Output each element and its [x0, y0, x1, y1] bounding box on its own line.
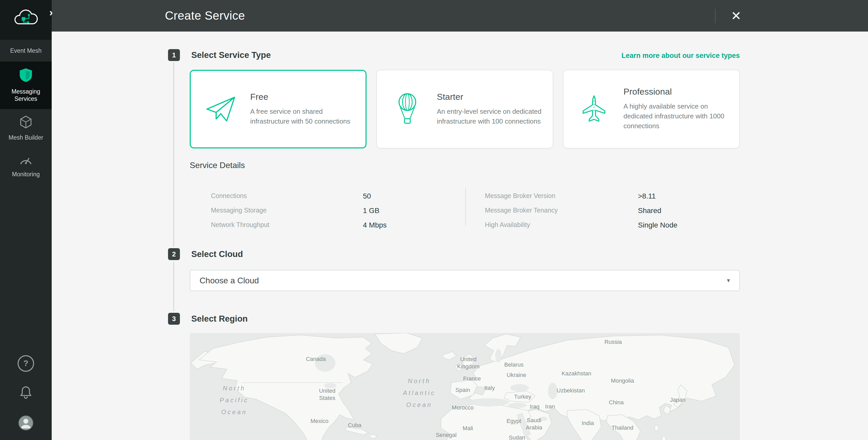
detail-label: Network Throughput [211, 220, 269, 230]
sidebar-item-label: Event Mesh [10, 47, 41, 55]
sidebar-expand-icon[interactable]: › [50, 7, 53, 18]
detail-value: Shared [638, 205, 661, 216]
region-map[interactable]: North Pacific Ocean North Atlantic Ocean… [190, 333, 740, 440]
step-2-badge: 2 [168, 248, 180, 260]
cloud-select-value: Choose a Cloud [199, 276, 259, 285]
service-details-title: Service Details [190, 161, 245, 170]
step-2-title: Select Cloud [191, 248, 243, 260]
detail-value: 50 [363, 191, 371, 201]
cloud-select-dropdown[interactable]: Choose a Cloud ▼ [190, 270, 740, 291]
notifications-bell-icon[interactable] [19, 385, 33, 402]
service-type-card-starter[interactable]: Starter An entry-level service on dedica… [376, 70, 553, 148]
detail-label: Connections [211, 191, 247, 201]
page-title: Create Service [165, 9, 245, 23]
card-text: Professional A highly available service … [623, 87, 731, 131]
service-type-description: A free service on shared infrastructure … [250, 107, 358, 126]
shield-icon [19, 68, 33, 84]
step-number: 1 [172, 51, 176, 59]
sidebar-item-label: Monitoring [12, 170, 39, 178]
help-glyph: ? [23, 359, 28, 368]
header-divider [715, 8, 715, 23]
step-3-title: Select Region [191, 313, 248, 325]
logo-block: › [0, 0, 52, 40]
service-type-description: An entry-level service on dedicated infr… [437, 107, 545, 126]
step-1-badge: 1 [168, 49, 180, 61]
sidebar: › Event Mesh Messaging Services Mesh Bui… [0, 0, 52, 440]
service-type-name: Professional [623, 87, 731, 97]
help-icon[interactable]: ? [18, 355, 34, 372]
service-type-card-free[interactable]: Free A free service on shared infrastruc… [190, 70, 367, 148]
hot-air-balloon-icon [388, 93, 427, 125]
sidebar-item-label: Mesh Builder [8, 134, 43, 142]
modal-header: Create Service ✕ [52, 0, 868, 32]
service-type-description: A highly available service on dedicated … [623, 102, 731, 131]
step-number: 3 [172, 315, 176, 323]
sidebar-item-messaging-services[interactable]: Messaging Services [0, 62, 52, 109]
details-divider [465, 188, 466, 226]
detail-label: Messaging Storage [211, 205, 267, 216]
detail-label: High Availability [485, 220, 530, 230]
sidebar-item-event-mesh[interactable]: Event Mesh [0, 40, 52, 62]
paper-plane-icon [202, 95, 240, 124]
card-text: Free A free service on shared infrastruc… [250, 92, 358, 126]
detail-label: Message Broker Version [485, 191, 555, 201]
sidebar-bottom: ? [0, 355, 52, 433]
detail-label: Message Broker Tenancy [485, 205, 558, 216]
airplane-icon [575, 93, 613, 125]
main-content: 1 Select Service Type Learn more about o… [52, 32, 868, 440]
solace-cloud-logo [13, 8, 38, 31]
card-text: Starter An entry-level service on dedica… [437, 92, 545, 126]
service-type-card-professional[interactable]: Professional A highly available service … [563, 70, 740, 148]
service-type-name: Starter [437, 92, 545, 102]
user-avatar[interactable] [18, 415, 34, 433]
header-right: ✕ [715, 7, 745, 24]
step-number: 2 [172, 250, 176, 258]
step-connector-line [173, 262, 174, 311]
step-connector-line [173, 63, 174, 247]
step-3-badge: 3 [168, 313, 180, 325]
service-type-name: Free [250, 92, 358, 102]
sidebar-item-mesh-builder[interactable]: Mesh Builder [0, 109, 52, 148]
close-icon[interactable]: ✕ [727, 7, 745, 24]
gauge-icon [19, 154, 33, 167]
learn-more-link[interactable]: Learn more about our service types [621, 51, 740, 61]
create-service-page: › Event Mesh Messaging Services Mesh Bui… [0, 0, 868, 440]
sidebar-item-monitoring[interactable]: Monitoring [0, 148, 52, 184]
chevron-down-icon: ▼ [726, 278, 731, 283]
service-type-cards: Free A free service on shared infrastruc… [190, 70, 740, 148]
detail-value: Single Node [638, 220, 678, 230]
step-1-title: Select Service Type [191, 49, 271, 61]
sidebar-item-label: Messaging Services [2, 88, 50, 103]
hexagon-cube-icon [19, 115, 33, 130]
detail-value: >8.11 [638, 191, 656, 201]
detail-value: 1 GB [363, 205, 379, 216]
detail-value: 4 Mbps [363, 220, 387, 230]
